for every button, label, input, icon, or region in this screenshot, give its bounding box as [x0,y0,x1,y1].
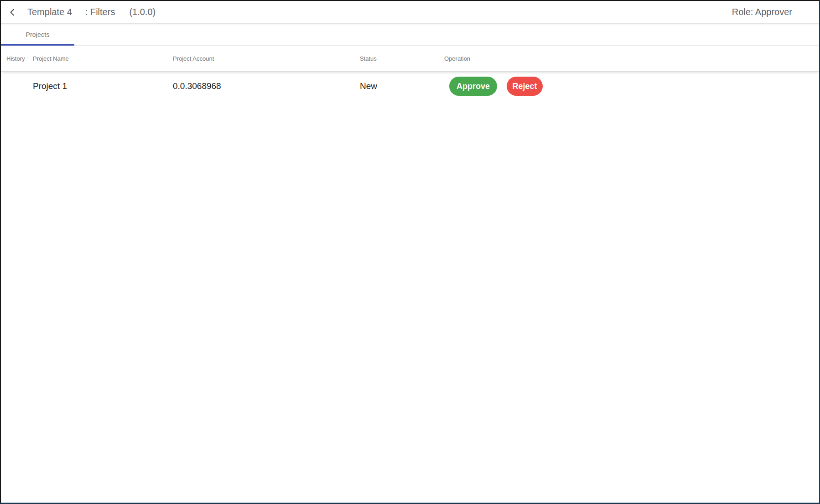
column-header-project-account: Project Account [167,55,354,62]
content-empty-area [1,101,819,503]
version-label: (1.0.0) [129,7,156,17]
tab-projects-label: Projects [26,31,49,38]
column-header-status: Status [354,55,439,62]
reject-button[interactable]: Reject [507,77,543,96]
template-title: Template 4 [27,7,72,17]
cell-operation: Approve Reject [439,77,819,96]
cell-project-account: 0.0.3068968 [167,81,354,91]
chevron-left-icon [9,8,16,16]
column-header-project-name: Project Name [27,55,167,62]
back-button[interactable] [9,6,19,18]
app-bar: Template 4 : Filters (1.0.0) Role: Appro… [1,1,819,24]
tab-projects[interactable]: Projects [1,24,74,45]
cell-project-name: Project 1 [27,81,167,91]
role-label: Role: Approver [732,7,792,17]
approve-button[interactable]: Approve [449,77,497,96]
tab-bar: Projects [1,24,819,46]
app-window: Template 4 : Filters (1.0.0) Role: Appro… [0,0,820,504]
column-header-history: History [1,55,27,62]
table-row: Project 1 0.0.3068968 New Approve Reject [1,72,819,101]
cell-status: New [354,81,439,91]
column-header-operation: Operation [439,55,819,62]
table-header-row: History Project Name Project Account Sta… [1,46,819,72]
filters-subtitle: : Filters [85,7,115,17]
